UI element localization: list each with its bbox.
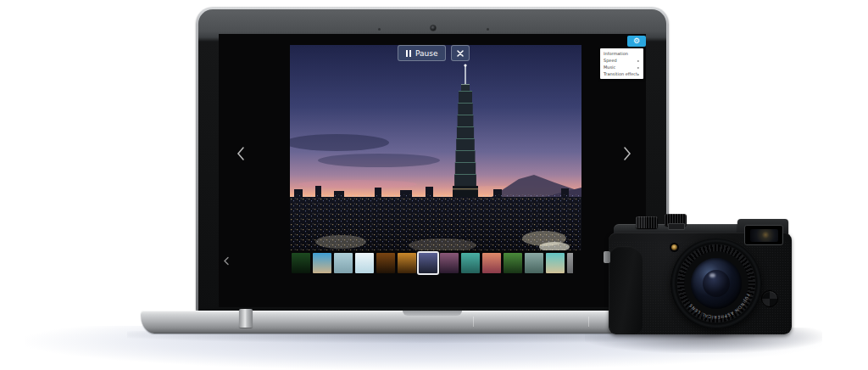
menu-item-label: Information [604,51,628,56]
camera-dial [636,216,658,228]
thumbnail[interactable] [504,253,522,273]
close-icon [457,50,464,57]
submenu-arrow-icon: ▸ [638,65,640,70]
slideshow-controls: Pause [398,45,470,61]
submenu-arrow-icon: ▸ [638,72,640,76]
microphone-dot [487,28,489,31]
camera-lens: FUJINON ASPHERICAL LENS [670,238,762,329]
thumbnail[interactable] [546,253,565,273]
lens-highlight [709,273,715,278]
camera: FUJINON ASPHERICAL LENS [604,212,797,338]
chevron-left-icon [223,256,230,266]
camera-grip [609,246,643,334]
thumbnail[interactable] [525,253,543,273]
menu-item-information[interactable]: Information [600,50,643,57]
laptop-hinge [239,309,253,328]
chevron-right-icon [622,146,632,161]
microphone-dot [378,28,381,31]
thumbnail[interactable] [482,253,501,273]
page: Pause ⚙ InformationSpeed▸Music▸Transitio… [0,0,868,370]
pause-icon [406,50,411,57]
thumbnail[interactable] [461,253,480,273]
pause-button-label: Pause [415,49,437,58]
submenu-arrow-icon: ▸ [638,59,640,63]
menu-item-transition-effect[interactable]: Transition effect▸ [600,70,643,77]
thumbnail[interactable] [292,253,310,273]
base-seam [588,317,589,327]
close-button[interactable] [451,45,470,61]
camera-strap-lug [604,251,610,263]
thumbnail-scroll-left-button[interactable] [223,256,230,266]
next-slide-button[interactable] [622,146,632,161]
pause-button[interactable]: Pause [398,45,446,61]
lens-element [703,270,730,297]
thumbnail-selected[interactable] [419,253,437,273]
camera-rear-dial [761,290,778,307]
thumbnail[interactable] [355,253,374,273]
settings-button[interactable]: ⚙ [627,36,646,47]
thumbnail-strip [292,251,573,275]
menu-item-label: Music [604,64,615,70]
thumbnail[interactable] [376,253,395,273]
menu-item-music[interactable]: Music▸ [600,64,643,70]
thumbnail[interactable] [440,253,459,273]
webcam-icon [430,25,437,31]
gear-icon: ⚙ [633,36,640,45]
laptop-screen: Pause ⚙ InformationSpeed▸Music▸Transitio… [219,34,646,307]
camera-hotshoe [668,223,685,230]
menu-item-label: Transition effect [604,71,637,76]
base-seam [473,317,474,327]
menu-item-label: Speed [604,58,617,63]
menu-item-speed[interactable]: Speed▸ [600,57,643,64]
chevron-left-icon [236,146,246,161]
thumbnail[interactable] [567,253,573,273]
thumbnail[interactable] [313,253,331,273]
base-notch [403,311,462,316]
slideshow-photo [290,45,581,250]
thumbnail[interactable] [398,253,416,273]
thumbnail[interactable] [334,253,353,273]
settings-menu: InformationSpeed▸Music▸Transition effect… [600,48,643,79]
prev-slide-button[interactable] [236,146,246,161]
